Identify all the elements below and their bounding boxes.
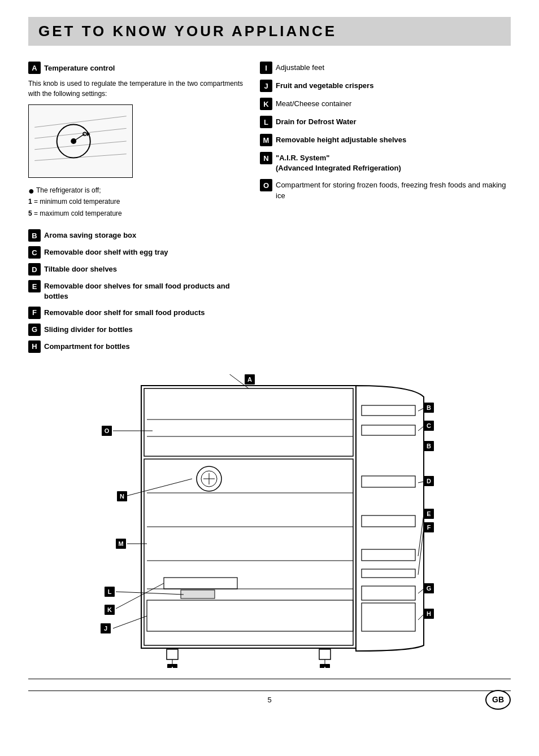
item-b-text: Aroma saving storage box [44, 229, 136, 241]
footer: 5 GB [28, 691, 511, 704]
svg-rect-17 [362, 569, 415, 578]
list-item: I Adjustable feet [260, 62, 511, 74]
svg-text:H: H [427, 610, 431, 617]
temp-note-2: 5 = maximum cold temperature [28, 208, 243, 219]
badge-g: G [28, 324, 41, 336]
badge-n: N [260, 152, 272, 164]
item-e-text: Removable door shelves for small food pr… [44, 280, 243, 301]
item-k-text: Meat/Cheese container [276, 98, 351, 109]
fridge-diagram: A O N M L K J [28, 374, 514, 668]
page-number: 5 [267, 696, 271, 704]
svg-rect-16 [362, 549, 415, 561]
badge-e: E [28, 280, 41, 292]
badge-a: A [28, 62, 41, 74]
section-a-title: A Temperature control [28, 62, 243, 74]
bottom-section: A O N M L K J [28, 369, 511, 670]
item-j-text: Fruit and vegetable crispers [276, 80, 373, 91]
svg-text:L: L [108, 588, 112, 595]
item-d-text: Tiltable door shelves [44, 263, 117, 274]
svg-text:F: F [427, 524, 431, 531]
list-item: D Tiltable door shelves [28, 263, 243, 276]
list-item: J Fruit and vegetable crispers [260, 80, 511, 92]
svg-text:O: O [105, 427, 110, 434]
svg-line-82 [418, 589, 424, 593]
item-l-text: Drain for Defrost Water [276, 116, 357, 127]
svg-text:I: I [324, 666, 325, 668]
svg-line-68 [418, 426, 424, 431]
svg-line-73 [418, 482, 424, 483]
svg-text:N: N [120, 493, 124, 500]
badge-l: L [260, 116, 272, 128]
svg-line-41 [116, 583, 164, 609]
temp-note-1: 1 = minimum cold temperature [28, 196, 243, 207]
svg-rect-34 [319, 649, 331, 659]
diagram-container: A O N M L K J [28, 374, 511, 670]
svg-text:M: M [118, 540, 123, 547]
svg-line-65 [418, 408, 424, 411]
item-c-text: Removable door shelf with egg tray [44, 246, 168, 257]
section-a-description: This knob is used to regulate the temper… [28, 78, 243, 99]
page: GET TO KNOW YOUR APPLIANCE A Temperature… [0, 0, 539, 756]
item-o-text: Compartment for storing frozen foods, fr… [276, 179, 511, 200]
svg-rect-25 [164, 578, 237, 589]
gb-badge: GB [485, 690, 511, 710]
left-column: A Temperature control This knob is used … [28, 62, 243, 357]
svg-line-40 [116, 592, 184, 595]
svg-text:B: B [427, 404, 431, 411]
item-g-text: Sliding divider for bottles [44, 324, 133, 335]
temp-note-0: ● The refrigerator is off; [28, 185, 243, 196]
svg-rect-26 [181, 590, 215, 598]
svg-text:G: G [427, 585, 432, 592]
content-area: A Temperature control This knob is used … [28, 62, 511, 357]
svg-line-85 [418, 614, 424, 620]
svg-rect-13 [362, 425, 415, 435]
badge-b: B [28, 229, 41, 242]
badge-c: C [28, 246, 41, 259]
knob-illustration [28, 104, 133, 178]
svg-text:A: A [247, 376, 252, 383]
badge-o: O [260, 179, 272, 191]
svg-text:D: D [427, 478, 431, 484]
left-items-list: B Aroma saving storage box C Removable d… [28, 229, 243, 352]
badge-h: H [28, 340, 41, 353]
svg-rect-11 [144, 459, 353, 645]
item-n-text: "A.I.R. System" (Advanced Integrated Ref… [276, 152, 401, 173]
svg-rect-19 [362, 603, 415, 631]
item-m-text: Removable height adjustable shelves [276, 134, 406, 145]
badge-f: F [28, 307, 41, 319]
svg-rect-33 [167, 649, 178, 659]
svg-text:C: C [427, 422, 431, 429]
svg-text:J: J [104, 625, 107, 632]
right-column: I Adjustable feet J Fruit and vegetable … [260, 62, 511, 357]
list-item: M Removable height adjustable shelves [260, 134, 511, 146]
svg-rect-18 [362, 586, 415, 600]
badge-m: M [260, 134, 272, 146]
svg-text:K: K [107, 606, 112, 613]
list-item: F Removable door shelf for small food pr… [28, 307, 243, 319]
temp-notes: ● The refrigerator is off; 1 = minimum c… [28, 185, 243, 219]
list-item: E Removable door shelves for small food … [28, 280, 243, 301]
badge-k: K [260, 98, 272, 110]
list-item: O Compartment for storing frozen foods, … [260, 179, 511, 200]
svg-text:B: B [427, 443, 431, 449]
list-item: C Removable door shelf with egg tray [28, 246, 243, 259]
list-item: G Sliding divider for bottles [28, 324, 243, 336]
section-a-heading: Temperature control [44, 64, 115, 72]
svg-rect-14 [362, 476, 415, 487]
svg-rect-15 [362, 515, 415, 527]
item-h-text: Compartment for bottles [44, 340, 130, 352]
svg-text:E: E [427, 510, 431, 517]
badge-i: I [260, 62, 272, 74]
footer-separator [28, 679, 511, 679]
page-title: GET TO KNOW YOUR APPLIANCE [38, 23, 501, 40]
svg-line-2 [34, 141, 126, 150]
svg-rect-9 [141, 386, 356, 648]
svg-rect-24 [147, 600, 353, 631]
list-item: B Aroma saving storage box [28, 229, 243, 242]
svg-text:I: I [171, 666, 173, 668]
section-a: A Temperature control This knob is used … [28, 62, 243, 219]
badge-d: D [28, 263, 41, 276]
list-item: H Compartment for bottles [28, 340, 243, 353]
list-item: K Meat/Cheese container [260, 98, 511, 110]
badge-j: J [260, 80, 272, 92]
